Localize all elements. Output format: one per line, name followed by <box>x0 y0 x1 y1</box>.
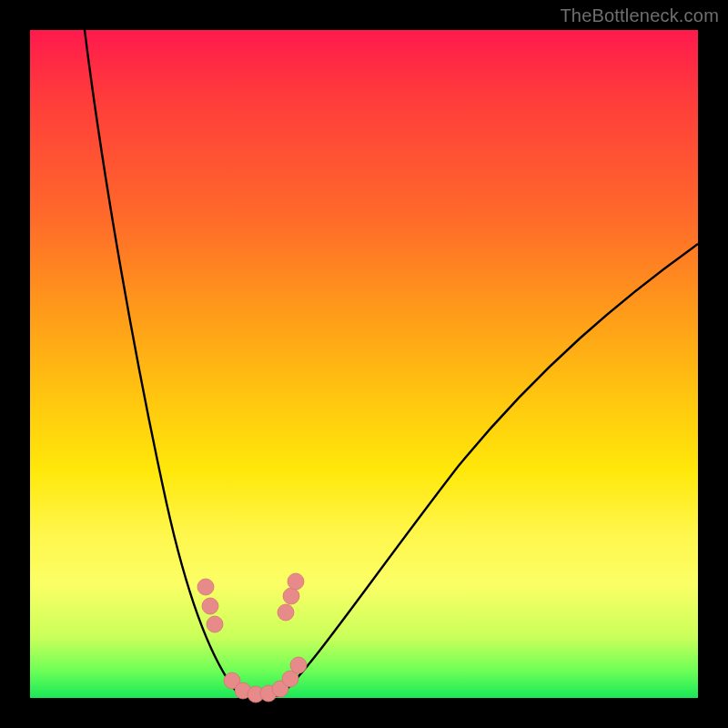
marker-dot <box>278 604 294 621</box>
marker-dot <box>197 579 214 595</box>
marker-dot <box>288 573 304 590</box>
watermark-text: TheBottleneck.com <box>560 5 719 26</box>
chart-svg <box>30 30 698 698</box>
left-curve <box>85 30 239 695</box>
chart-frame: TheBottleneck.com <box>0 0 728 728</box>
marker-dot <box>202 598 218 614</box>
plot-area <box>30 30 698 698</box>
marker-dot <box>207 616 223 632</box>
marker-dot <box>290 657 307 673</box>
right-curve <box>280 244 698 695</box>
marker-group <box>197 573 307 703</box>
marker-dot <box>283 588 299 604</box>
